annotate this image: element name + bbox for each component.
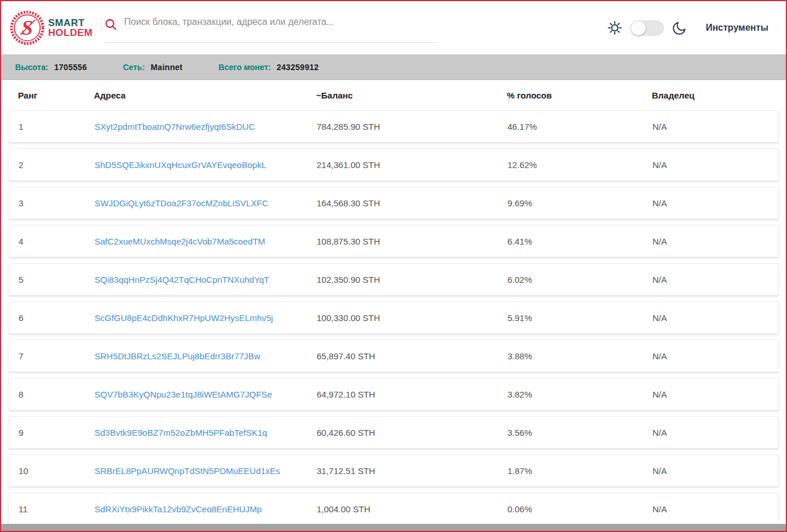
- rank-cell: 4: [19, 236, 95, 246]
- table-row: 10 SRBrEL8PpAURWQnpTdStN5PDMuEEUd1xEs 31…: [8, 454, 779, 487]
- footer-strip: [1, 524, 786, 531]
- rank-cell: 2: [19, 160, 95, 170]
- rank-cell: 3: [19, 198, 95, 208]
- table-row: 7 SRH5DtJBRzLs2SEJLPuj8bEdrr3Br77JBw 65,…: [8, 340, 779, 372]
- rank-cell: 10: [19, 466, 95, 476]
- address-link[interactable]: SWJDGiQLyt6zTDoa2F37ocMZnbLiSVLXFC: [95, 198, 317, 208]
- balance-cell: 214,361.00 STH: [317, 160, 507, 170]
- balance-cell: 164,568.30 STH: [317, 198, 507, 208]
- owner-cell: N/A: [652, 389, 778, 399]
- votes-cell: 3.88%: [507, 351, 652, 361]
- owner-cell: N/A: [652, 198, 778, 208]
- theme-toggle[interactable]: [630, 20, 664, 36]
- status-network: Сеть: Mainnet: [123, 63, 183, 72]
- search-icon: [104, 18, 117, 31]
- table-row: 11 SdRXiYtx9PikkTa12vb9ZvCeo8EnEHUJMp 1,…: [8, 493, 779, 525]
- address-link[interactable]: SRBrEL8PpAURWQnpTdStN5PDMuEEUd1xEs: [95, 466, 317, 476]
- rank-cell: 11: [19, 504, 95, 514]
- owner-cell: N/A: [652, 122, 778, 132]
- table-row: 2 ShD5SQEJikxnUXqHcuxGrVAYEvqeoBopkL 214…: [8, 148, 779, 181]
- votes-cell: 5.91%: [507, 313, 652, 323]
- address-link[interactable]: SRH5DtJBRzLs2SEJLPuj8bEdrr3Br77JBw: [95, 351, 317, 361]
- balance-cell: 1,004.00 STH: [317, 504, 507, 514]
- owner-cell: N/A: [652, 160, 778, 170]
- balance-cell: 64,972.10 STH: [317, 389, 507, 399]
- col-votes: % голосов: [507, 90, 652, 100]
- votes-cell: 6.41%: [507, 236, 652, 246]
- moon-icon: [672, 20, 687, 35]
- votes-cell: 12.62%: [507, 160, 652, 170]
- table-row: 4 SafC2xueMUxchMsqe2j4cVob7Ma5coedTM 108…: [8, 225, 779, 257]
- balance-cell: 60,426.60 STH: [317, 428, 507, 438]
- search-bar: [104, 13, 437, 43]
- table-row: 5 SQi83qqHnPzSj4Q42TqCHoCpnTNXuhdYqT 102…: [8, 263, 779, 296]
- rank-cell: 9: [19, 428, 95, 438]
- table-row: 3 SWJDGiQLyt6zTDoa2F37ocMZnbLiSVLXFC 164…: [8, 187, 779, 219]
- address-link[interactable]: SafC2xueMUxchMsqe2j4cVob7Ma5coedTM: [95, 236, 317, 246]
- rank-cell: 6: [19, 313, 95, 323]
- rank-cell: 1: [19, 122, 95, 132]
- page: S SMART HOLDEM: [0, 0, 787, 532]
- height-value: 1705556: [54, 63, 87, 72]
- table-row: 1 SXyt2pdmtTboatnQ7Nrw6ezfjyqt6SkDUC 784…: [8, 110, 779, 143]
- table-row: 6 ScGfGU8pE4cDdhKhxR7HpUW2HysELmhv5j 100…: [8, 301, 779, 334]
- logo-text: SMART HOLDEM: [48, 18, 93, 38]
- logo-smart-label: SMART: [48, 18, 93, 28]
- table-header: Ранг Адреса ~Баланс % голосов Владелец: [8, 80, 779, 110]
- smartholdem-logo[interactable]: S SMART HOLDEM: [9, 10, 97, 46]
- votes-cell: 3.56%: [507, 428, 652, 438]
- rank-cell: 8: [19, 389, 95, 399]
- col-owner: Владелец: [652, 90, 779, 100]
- balance-cell: 31,712.51 STH: [317, 466, 507, 476]
- address-link[interactable]: SXyt2pdmtTboatnQ7Nrw6ezfjyqt6SkDUC: [95, 122, 317, 132]
- smartholdem-logo-icon: S: [9, 10, 45, 46]
- total-coins-value: 243259912: [277, 63, 319, 72]
- owner-cell: N/A: [652, 275, 778, 285]
- balance-cell: 784,285.90 STH: [317, 122, 507, 132]
- delegates-table: Ранг Адреса ~Баланс % голосов Владелец 1…: [1, 80, 786, 525]
- owner-cell: N/A: [652, 313, 778, 323]
- rank-cell: 5: [19, 275, 95, 285]
- logo-holdem-label: HOLDEM: [48, 28, 93, 38]
- owner-cell: N/A: [652, 428, 778, 438]
- balance-cell: 108,875.30 STH: [317, 236, 507, 246]
- owner-cell: N/A: [652, 504, 778, 514]
- votes-cell: 9.69%: [507, 198, 652, 208]
- tools-link[interactable]: Инструменты: [706, 23, 768, 33]
- votes-cell: 0.06%: [507, 504, 652, 514]
- theme-and-tools: Инструменты: [607, 20, 768, 36]
- address-link[interactable]: SQi83qqHnPzSj4Q42TqCHoCpnTNXuhdYqT: [95, 275, 317, 285]
- col-balance: ~Баланс: [316, 90, 507, 100]
- address-link[interactable]: ShD5SQEJikxnUXqHcuxGrVAYEvqeoBopkL: [95, 160, 317, 170]
- network-value: Mainnet: [151, 63, 183, 72]
- address-link[interactable]: SdRXiYtx9PikkTa12vb9ZvCeo8EnEHUJMp: [95, 504, 317, 514]
- address-link[interactable]: SQV7bB3KyQNpu23e1tqJ8iWEtAMG7JQFSe: [95, 389, 317, 399]
- owner-cell: N/A: [652, 236, 778, 246]
- balance-cell: 65,897.40 STH: [317, 351, 507, 361]
- status-total-coins: Всего монет: 243259912: [219, 63, 319, 72]
- network-label: Сеть:: [123, 63, 145, 72]
- owner-cell: N/A: [652, 466, 778, 476]
- col-rank: Ранг: [18, 90, 94, 100]
- votes-cell: 6.02%: [507, 275, 652, 285]
- table-row: 8 SQV7bB3KyQNpu23e1tqJ8iWEtAMG7JQFSe 64,…: [8, 378, 779, 410]
- address-link[interactable]: ScGfGU8pE4cDdhKhxR7HpUW2HysELmhv5j: [95, 313, 317, 323]
- votes-cell: 46.17%: [507, 122, 652, 132]
- votes-cell: 1.87%: [507, 466, 652, 476]
- table-row: 9 Sd3Bvtk9E9oBZ7m52oZbMH5PFabTefSK1q 60,…: [8, 416, 779, 449]
- height-label: Высота:: [15, 63, 48, 72]
- header: S SMART HOLDEM: [1, 1, 786, 54]
- address-link[interactable]: Sd3Bvtk9E9oBZ7m52oZbMH5PFabTefSK1q: [95, 428, 317, 438]
- total-coins-label: Всего монет:: [219, 63, 271, 72]
- status-height: Высота: 1705556: [15, 63, 87, 72]
- rank-cell: 7: [19, 351, 95, 361]
- col-address: Адреса: [94, 90, 316, 100]
- status-bar: Высота: 1705556 Сеть: Mainnet Всего моне…: [1, 54, 786, 80]
- balance-cell: 102,350.90 STH: [317, 275, 507, 285]
- votes-cell: 3.82%: [507, 389, 652, 399]
- theme-toggle-knob: [631, 21, 645, 35]
- sun-icon: [607, 20, 622, 35]
- search-input[interactable]: [124, 17, 426, 27]
- owner-cell: N/A: [652, 351, 778, 361]
- balance-cell: 100,330.00 STH: [317, 313, 507, 323]
